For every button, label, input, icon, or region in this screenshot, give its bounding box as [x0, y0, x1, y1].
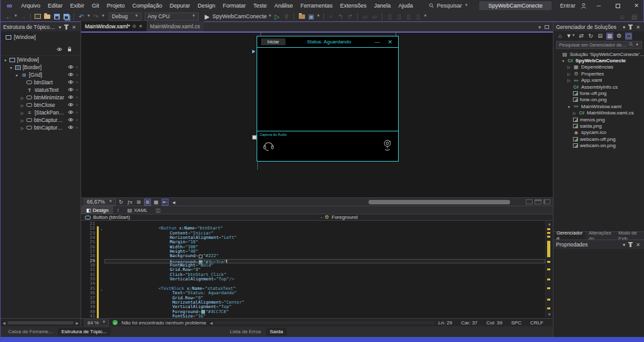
lock-toggle-icon[interactable]: ○ — [75, 88, 78, 92]
solution-item-fone-off.png[interactable]: fone-off.png — [553, 90, 644, 96]
eye-icon[interactable] — [68, 64, 74, 70]
sync-with-active-document-icon[interactable]: ⇄ — [578, 33, 585, 40]
close-button[interactable]: ✕ — [630, 0, 643, 11]
search-box[interactable]: Pesquisar ▼ — [425, 2, 472, 9]
code-line-29[interactable]: 29Foreground="#3cc7ce" — [81, 259, 545, 263]
comment-icon[interactable]: ▱ — [361, 12, 369, 21]
panel-options-chevron-icon[interactable]: ▾ — [621, 25, 627, 30]
bookmark-clear-icon[interactable]: ▯ — [414, 12, 422, 21]
editor-vertical-scrollbar[interactable]: ▲ ▼ — [545, 221, 553, 317]
column-indicator[interactable]: Col: 39 — [486, 320, 502, 326]
xaml-code-editor[interactable]: 2122⌄<Button x:Name="btnStart"23Content=… — [81, 221, 553, 317]
outline-root-selector[interactable]: [Window] — [1, 31, 80, 41]
search-options-chevron-icon[interactable]: ▼ — [635, 43, 639, 47]
menu-arquivo[interactable]: Arquivo — [18, 0, 45, 11]
menu-git[interactable]: Git — [88, 0, 103, 11]
line-indicator[interactable]: Ln: 29 — [438, 320, 452, 326]
navigate-forward-code-icon[interactable]: ↱ — [346, 12, 354, 21]
xaml-designer-surface[interactable]: Iniciar Status: Aguardando — ✕ Captura d… — [81, 33, 553, 197]
bookmark-previous-icon[interactable]: ▯ — [395, 12, 403, 21]
code-line-26[interactable]: 26Width="100" — [81, 245, 545, 250]
eye-icon[interactable] — [68, 79, 74, 86]
start-without-debugging-icon[interactable]: ▷ — [273, 12, 281, 21]
navigate-back-icon[interactable]: ← — [4, 12, 13, 21]
snaplines-icon[interactable]: ⇤ — [162, 199, 169, 206]
find-in-files-icon[interactable]: ⌕ — [327, 12, 335, 21]
code-line-39[interactable]: 39VerticalAlignment="Top" — [81, 305, 545, 309]
expander-expanded-icon[interactable]: ▾ — [561, 58, 565, 63]
expander-collapsed-icon[interactable]: ▷ — [20, 118, 25, 123]
preview-close-icon[interactable]: ✕ — [386, 39, 394, 45]
panel-options-chevron-icon[interactable]: ▾ — [621, 242, 627, 248]
lock-toggle-icon[interactable]: ○ — [75, 80, 78, 84]
code-line-23[interactable]: 23Content="Iniciar" — [81, 231, 545, 236]
code-line-35[interactable]: 35⌄<TextBlock x:Name="statusText" — [81, 287, 545, 291]
menu-ajuda[interactable]: Ajuda — [394, 0, 416, 11]
expander-collapsed-icon[interactable]: ▷ — [567, 72, 571, 76]
outline-item-stackpanel[interactable]: ▷≡[StackPanel]○ — [1, 109, 80, 116]
navigate-back-dropdown-icon[interactable]: ▼ — [14, 14, 18, 18]
panel-close-icon[interactable]: ✕ — [634, 242, 642, 248]
selection-handle[interactable] — [252, 135, 257, 140]
uncomment-icon[interactable]: ▱ — [370, 12, 379, 21]
navigate-backward-code-icon[interactable]: ↰ — [336, 12, 345, 21]
lock-toggle-icon[interactable]: ○ — [75, 118, 78, 122]
pin-icon[interactable] — [65, 25, 67, 30]
designer-horizontal-scrollbar[interactable] — [183, 200, 520, 204]
save-icon[interactable] — [53, 12, 61, 21]
pin-tab-icon[interactable]: ⊙ — [133, 24, 136, 29]
code-line-32[interactable]: 32Click="btnStart_Click" — [81, 273, 545, 277]
code-line-28[interactable]: 28Background="#222" — [81, 254, 545, 258]
menu-exibir[interactable]: Exibir — [67, 0, 89, 11]
outline-horizontal-scrollbar[interactable]: ◀ ▶ — [1, 319, 81, 326]
eye-icon[interactable] — [68, 87, 74, 93]
expander-expanded-icon[interactable]: ▾ — [567, 104, 571, 109]
expander-collapsed-icon[interactable]: ▷ — [20, 111, 25, 115]
eye-icon[interactable] — [68, 117, 74, 123]
scroll-right-icon[interactable]: ▶ — [75, 321, 79, 325]
code-line-38[interactable]: 38HorizontalAlignment="Center" — [81, 301, 545, 305]
document-health-text[interactable]: Não foi encontrado nenhum problema — [121, 320, 206, 326]
open-file-icon[interactable] — [43, 12, 52, 21]
designer-zoom-combo[interactable]: 66,67%▼ — [84, 199, 116, 206]
code-line-25[interactable]: 25Margin="10" — [81, 240, 545, 245]
element-breadcrumb[interactable]: Button (btnStart) — [81, 214, 317, 220]
home-icon[interactable]: ⌂ — [557, 33, 564, 40]
scroll-left-icon[interactable]: ◀ — [170, 199, 177, 206]
attach-to-process-icon[interactable]: ⚲ — [282, 12, 291, 21]
bookmark-next-icon[interactable]: ▯ — [404, 12, 413, 21]
redo-icon[interactable]: ↷ — [92, 12, 100, 21]
eye-icon[interactable] — [68, 109, 74, 116]
menu-editar[interactable]: Editar — [44, 0, 67, 11]
undo-dropdown-icon[interactable]: ▼ — [87, 14, 91, 18]
preview-start-button[interactable]: Iniciar — [261, 38, 286, 45]
code-line-33[interactable]: 33VerticalAlignment="Top"/> — [81, 277, 545, 282]
split-vertical-icon[interactable] — [543, 199, 550, 204]
code-line-34[interactable]: 34 — [81, 282, 545, 286]
property-breadcrumb[interactable]: • ⚙ Foreground — [317, 214, 553, 220]
solution-item-mainwindow.xaml.cs[interactable]: ▷C#MainWindow.xaml.cs — [553, 110, 644, 116]
solution-explorer-shortcut-icon[interactable] — [297, 12, 306, 21]
code-line-40[interactable]: 40Foreground="#3CC7CE" — [81, 310, 545, 314]
editor-horizontal-scrollbar[interactable]: ◀ — [210, 321, 435, 325]
expander-collapsed-icon[interactable]: ▷ — [20, 96, 25, 100]
solution-item-saida.png[interactable]: saida.png — [553, 123, 644, 129]
designed-window-preview[interactable]: Iniciar Status: Aguardando — ✕ Captura d… — [257, 36, 399, 162]
new-project-icon[interactable] — [34, 12, 42, 21]
lock-toggle-icon[interactable]: ○ — [75, 96, 78, 99]
lock-toggle-icon[interactable]: ○ — [75, 65, 78, 69]
lock-toggle-icon[interactable]: ○ — [75, 126, 78, 130]
designer-refresh-icon[interactable]: ↻ — [118, 199, 125, 206]
code-line-31[interactable]: 31Grid.Row="0" — [81, 268, 545, 272]
fold-collapse-icon[interactable]: ⌄ — [99, 287, 104, 291]
expander-collapsed-icon[interactable]: ▷ — [567, 65, 571, 69]
navigate-forward-icon[interactable]: → — [19, 12, 27, 21]
eye-icon[interactable] — [68, 102, 74, 108]
watch-window-icon[interactable]: ▣ — [307, 12, 315, 21]
panel-options-chevron-icon[interactable]: ▾ — [57, 25, 63, 30]
new-window-split-icon[interactable] — [526, 199, 533, 204]
menu-formatar[interactable]: Formatar — [219, 0, 250, 11]
solution-item-spycam.ico[interactable]: ◉spycam.ico — [553, 130, 644, 136]
expander-expanded-icon[interactable]: ▾ — [9, 65, 13, 70]
refresh-icon[interactable]: ↻ — [587, 33, 594, 40]
